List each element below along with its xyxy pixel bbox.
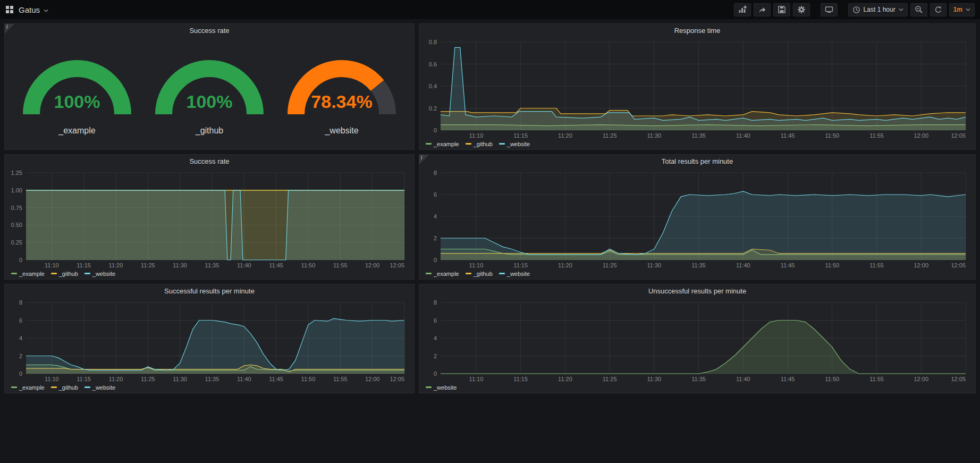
chevron-down-icon [966,8,970,11]
legend-item-_github[interactable]: _github [466,141,493,147]
y-tick-label: 0.8 [429,39,437,45]
chart-unsuccessful-results[interactable]: 0246811:1011:1511:2011:2511:3011:3511:40… [421,298,973,383]
series-line-_website [441,321,966,374]
legend-item-_github[interactable]: _github [51,271,78,277]
legend-item-_website[interactable]: _website [499,271,530,277]
x-tick-label: 11:10 [469,376,484,382]
legend-item-_website[interactable]: _website [499,141,530,147]
chart-total-results[interactable]: 0246811:1011:1511:2011:2511:3011:3511:40… [421,169,973,270]
y-tick-label: 0 [434,257,437,263]
legend-item-_example[interactable]: _example [426,141,459,147]
settings-button[interactable] [793,3,810,16]
panel-title-successful-results[interactable]: Successful results per minute [5,284,414,298]
y-tick-label: 6 [19,317,22,324]
legend-item-_github[interactable]: _github [51,384,78,391]
legend-label: _website [507,271,530,277]
dashboard-grid: i Success rate 100%_example100%_github78… [0,19,980,398]
legend-label: _github [474,271,493,277]
legend-swatch [499,143,505,145]
x-tick-label: 11:50 [825,132,839,139]
x-tick-label: 11:25 [603,132,617,139]
tv-mode-button[interactable] [821,3,838,16]
legend-item-_example[interactable]: _example [426,271,459,277]
refresh-interval-label: 1m [953,6,962,13]
gauge-label: _github [196,126,224,136]
x-tick-label: 11:50 [825,262,839,268]
panel-successful-results: Successful results per minute 0246811:10… [4,284,415,393]
legend-item-_website[interactable]: _website [85,271,115,277]
x-tick-label: 12:00 [365,262,380,268]
y-tick-label: 8 [434,170,437,176]
y-tick-label: 4 [434,335,437,341]
chart-svg-rt: 00.20.40.60.811:1011:1511:2011:2511:3011… [421,38,973,140]
legend-item-_website[interactable]: _website [426,384,457,391]
y-tick-label: 2 [19,353,22,359]
legend-swatch [11,273,17,274]
chart-successful-results[interactable]: 0246811:1011:1511:2011:2511:3011:3511:40… [7,298,412,383]
zoom-out-button[interactable] [910,3,927,16]
legend-successful-results: _example_github_website [5,383,414,393]
x-tick-label: 12:05 [951,262,966,268]
x-tick-label: 11:20 [558,132,572,139]
legend-item-_github[interactable]: _github [466,271,493,277]
y-tick-label: 2 [434,353,437,359]
x-tick-label: 11:55 [333,376,348,382]
x-tick-label: 11:45 [269,262,283,268]
legend-item-_example[interactable]: _example [11,271,45,277]
gauge-_github: 100%_github [149,49,269,136]
save-icon [778,5,786,14]
panel-title-total-results[interactable]: Total results per minute [419,155,975,169]
dashboard-title-dropdown[interactable]: Gatus [19,5,48,14]
dashboards-icon[interactable] [5,5,14,14]
gear-icon [797,5,806,14]
refresh-button[interactable] [930,3,947,16]
legend-label: _website [92,384,115,391]
y-tick-label: 0.75 [11,205,22,211]
legend-item-_website[interactable]: _website [85,384,115,391]
x-tick-label: 12:05 [951,132,966,139]
panel-info-icon[interactable]: i [419,155,429,164]
panel-title-success-rate-gauges[interactable]: Success rate [5,24,414,38]
series-area-_website [441,191,966,260]
x-tick-label: 11:45 [781,376,795,382]
save-button[interactable] [773,3,790,16]
add-panel-icon [738,5,747,14]
legend-label: _website [92,271,115,277]
y-tick-label: 0 [19,257,22,263]
refresh-interval-dropdown[interactable]: 1m [949,3,975,16]
x-tick-label: 11:50 [301,262,316,268]
legend-label: _github [59,271,78,277]
share-button[interactable] [754,3,771,16]
x-tick-label: 12:00 [365,376,380,382]
panel-title-success-rate-graph[interactable]: Success rate [5,155,414,169]
panel-success-rate-graph: Success rate 00.250.500.751.001.2511:101… [4,154,415,280]
x-tick-label: 12:05 [390,376,404,382]
y-tick-label: 0.2 [429,105,437,112]
chart-success-rate[interactable]: 00.250.500.751.001.2511:1011:1511:2011:2… [7,169,412,270]
x-tick-label: 11:35 [205,376,219,382]
legend-swatch [466,143,471,145]
info-glyph: i [421,155,422,161]
legend-swatch [426,273,432,274]
x-tick-label: 11:40 [237,262,251,268]
chart-response-time[interactable]: 00.20.40.60.811:1011:1511:2011:2511:3011… [421,38,973,140]
add-panel-button[interactable] [734,3,751,16]
gauge-value: 100% [54,91,100,112]
share-icon [758,5,766,14]
series-area-_website [441,321,966,374]
gauge-group: 100%_example100%_github78.34%_website [5,38,414,149]
x-tick-label: 11:15 [77,376,91,382]
x-tick-label: 11:35 [691,376,706,382]
x-tick-label: 11:10 [45,262,59,268]
time-range-picker[interactable]: Last 1 hour [848,3,908,16]
x-tick-label: 11:45 [269,376,283,382]
legend-item-_example[interactable]: _example [11,384,45,391]
legend-swatch [85,273,90,274]
x-tick-label: 11:40 [237,376,251,382]
panel-title-unsuccessful-results[interactable]: Unsuccessful results per minute [419,284,975,298]
panel-title-response-time[interactable]: Response time [419,24,975,38]
clock-icon [852,6,860,14]
panel-info-icon[interactable]: i [5,24,14,33]
y-tick-label: 0 [434,127,437,133]
gauge-arc-svg: 100% [17,49,137,124]
